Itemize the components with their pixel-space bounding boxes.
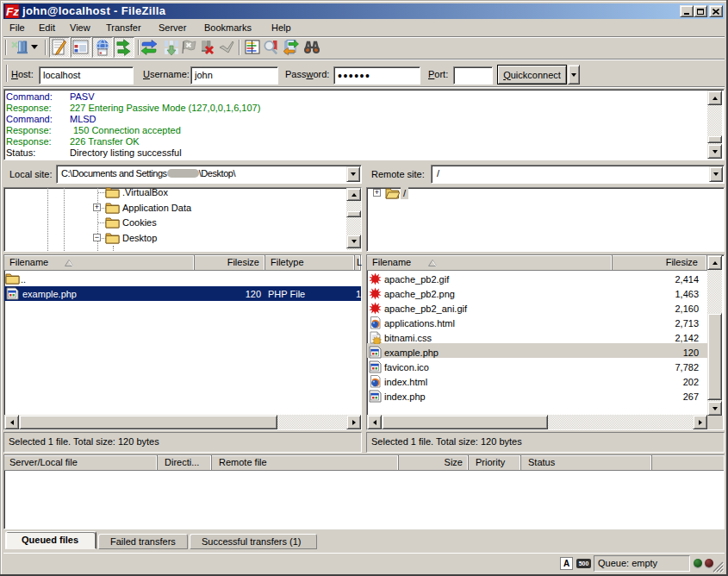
svg-text:Fz: Fz — [6, 5, 19, 18]
